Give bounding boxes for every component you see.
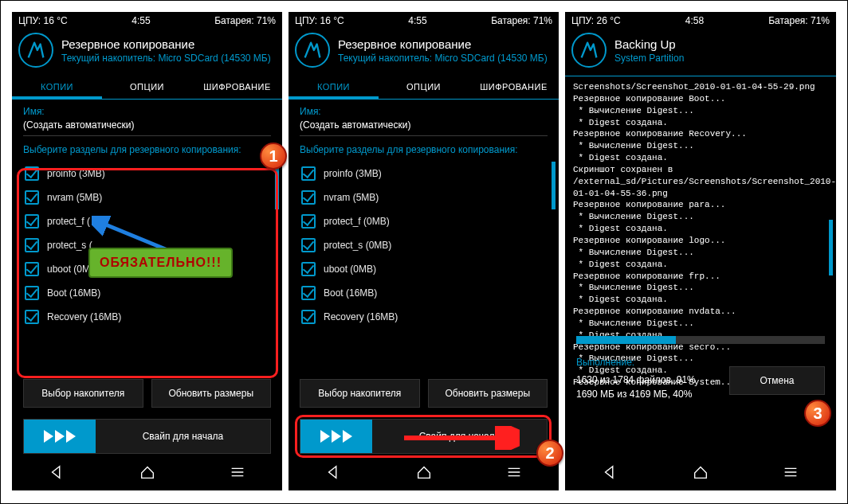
partition-list[interactable]: proinfo (3MB) nvram (5MB) protect_f (0MB… — [300, 162, 548, 345]
checkbox-icon[interactable] — [25, 262, 39, 276]
list-item[interactable]: Boot (16MB) — [300, 281, 548, 305]
cpu-temp: ЦПУ: 26 °C — [571, 15, 621, 26]
page-title: Backing Up — [614, 37, 684, 51]
clock: 4:55 — [132, 15, 150, 26]
recent-icon[interactable] — [229, 463, 246, 481]
swipe-to-start[interactable]: Свайп для начала — [23, 419, 271, 454]
cpu-temp: ЦПУ: 16 °C — [18, 15, 68, 26]
checkbox-icon[interactable] — [25, 166, 39, 181]
header: Backing Up System Partition — [565, 28, 836, 76]
header: Резервное копирование Текущий накопитель… — [12, 28, 282, 76]
annotation-marker-3: 3 — [804, 400, 831, 427]
swipe-handle-icon[interactable] — [24, 420, 96, 453]
home-icon[interactable] — [139, 463, 156, 481]
storage-subtitle: Текущий накопитель: Micro SDCard (14530 … — [338, 53, 548, 64]
twrp-logo-icon — [571, 33, 607, 68]
phone-2: ЦПУ: 16 °C 4:55 Батарея: 71% Резервное к… — [289, 12, 559, 490]
list-item[interactable]: proinfo (3MB) — [300, 162, 548, 186]
back-icon[interactable] — [325, 463, 343, 481]
recent-icon[interactable] — [505, 463, 523, 481]
home-icon[interactable] — [415, 463, 433, 481]
page-title: Резервное копирование — [338, 37, 548, 51]
swipe-label: Свайп для начала — [96, 431, 270, 442]
list-item[interactable]: protect_f (0MB) — [300, 209, 548, 233]
progress-bar — [576, 336, 825, 344]
scrollbar-thumb[interactable] — [552, 162, 556, 209]
tab-options[interactable]: ОПЦИИ — [379, 76, 469, 99]
tab-encrypt[interactable]: ШИФРОВАНИЕ — [192, 76, 282, 99]
name-label: Имя: — [300, 106, 548, 117]
checkbox-icon[interactable] — [301, 310, 316, 324]
checkbox-icon[interactable] — [25, 214, 39, 229]
status-bar: ЦПУ: 16 °C 4:55 Батарея: 71% — [12, 12, 282, 28]
android-navbar — [289, 454, 559, 490]
checkbox-icon[interactable] — [25, 310, 39, 324]
tab-copies[interactable]: КОПИИ — [12, 76, 102, 99]
clock: 4:55 — [408, 15, 426, 26]
refresh-sizes-button[interactable]: Обновить размеры — [428, 379, 548, 408]
page-subtitle: System Partition — [614, 53, 684, 64]
clock: 4:58 — [685, 15, 704, 26]
checkbox-icon[interactable] — [301, 286, 316, 300]
twrp-logo-icon — [18, 33, 53, 68]
battery: Батарея: 71% — [768, 15, 830, 26]
list-item[interactable]: uboot (0MB) — [300, 257, 548, 281]
tab-encrypt[interactable]: ШИФРОВАНИЕ — [469, 76, 559, 99]
progress-fill — [576, 336, 676, 344]
android-navbar — [12, 454, 282, 490]
refresh-sizes-button[interactable]: Обновить размеры — [151, 379, 272, 408]
select-storage-button[interactable]: Выбор накопителя — [300, 379, 420, 408]
partitions-title: Выберите разделы для резервного копирова… — [23, 144, 271, 155]
phone-3: ЦПУ: 26 °C 4:58 Батарея: 71% Backing Up … — [565, 12, 836, 490]
twrp-logo-icon — [295, 33, 330, 68]
list-item[interactable]: protect_s (0MB) — [300, 233, 548, 257]
recent-icon[interactable] — [782, 463, 799, 481]
scrollbar-thumb[interactable] — [829, 220, 833, 275]
list-item[interactable]: nvram (5MB) — [300, 186, 548, 209]
partitions-title: Выберите разделы для резервного копирова… — [300, 144, 548, 155]
tabs: КОПИИ ОПЦИИ ШИФРОВАНИЕ — [12, 76, 282, 100]
storage-subtitle: Текущий накопитель: Micro SDCard (14530 … — [61, 53, 271, 64]
back-icon[interactable] — [49, 463, 66, 481]
status-bar: ЦПУ: 26 °C 4:58 Батарея: 71% — [565, 12, 836, 28]
cancel-button[interactable]: Отмена — [729, 366, 825, 395]
list-item[interactable]: Recovery (16MB) — [300, 305, 548, 329]
name-field[interactable]: (Создать автоматически) — [300, 117, 548, 136]
android-navbar — [565, 454, 836, 490]
annotation-marker-1: 1 — [260, 143, 287, 170]
home-icon[interactable] — [692, 463, 709, 481]
checkbox-icon[interactable] — [301, 214, 316, 229]
battery: Батарея: 71% — [491, 15, 552, 26]
checkbox-icon[interactable] — [301, 238, 316, 252]
name-label: Имя: — [23, 106, 271, 117]
name-field[interactable]: (Создать автоматически) — [23, 117, 271, 136]
tab-options[interactable]: ОПЦИИ — [102, 76, 192, 99]
annotation-arrow-red — [400, 426, 520, 450]
select-storage-button[interactable]: Выбор накопителя — [23, 379, 143, 408]
annotation-callout: ОБЯЗАТЕЛЬНО!!! — [88, 248, 233, 278]
back-icon[interactable] — [602, 463, 619, 481]
checkbox-icon[interactable] — [301, 190, 316, 205]
list-item[interactable]: Recovery (16MB) — [23, 305, 271, 329]
page-title: Резервное копирование — [61, 37, 271, 51]
cpu-temp: ЦПУ: 16 °C — [295, 15, 344, 26]
list-item[interactable]: nvram (5MB) — [23, 186, 271, 209]
status-bar: ЦПУ: 16 °C 4:55 Батарея: 71% — [289, 12, 559, 28]
checkbox-icon[interactable] — [25, 286, 39, 300]
list-item[interactable]: proinfo (3MB) — [23, 162, 271, 186]
battery: Батарея: 71% — [214, 15, 276, 26]
tabs: КОПИИ ОПЦИИ ШИФРОВАНИЕ — [289, 76, 559, 100]
list-item[interactable]: Boot (16MB) — [23, 281, 271, 305]
swipe-handle-icon[interactable] — [300, 420, 372, 453]
header: Резервное копирование Текущий накопитель… — [289, 28, 559, 76]
tab-copies[interactable]: КОПИИ — [289, 76, 379, 99]
phone-1: ЦПУ: 16 °C 4:55 Батарея: 71% Резервное к… — [12, 12, 282, 490]
annotation-marker-2: 2 — [536, 440, 563, 467]
checkbox-icon[interactable] — [25, 238, 39, 252]
terminal-log[interactable]: Screenshots/Screenshot_2010-01-01-04-55-… — [565, 76, 836, 331]
checkbox-icon[interactable] — [301, 262, 316, 276]
checkbox-icon[interactable] — [301, 166, 316, 181]
checkbox-icon[interactable] — [25, 190, 39, 205]
